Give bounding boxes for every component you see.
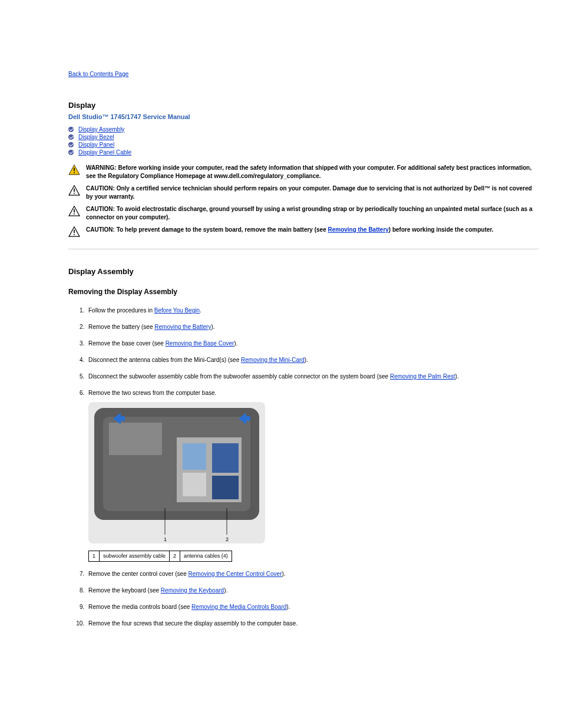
step-item: Remove the keyboard (see Removing the Ke… (86, 587, 538, 595)
step-link[interactable]: Removing the Mini-Card (241, 357, 305, 363)
warning-body: Before working inside your computer, rea… (86, 164, 531, 179)
caution-text: CAUTION: To avoid electrostatic discharg… (86, 205, 538, 221)
caution-lead: CAUTION: (86, 185, 115, 192)
step-item: Remove the four screws that secure the d… (86, 620, 538, 628)
caution-lead: CAUTION: (86, 226, 115, 233)
svg-rect-7 (74, 234, 75, 235)
back-link[interactable]: Back to Contents Page (68, 71, 128, 77)
toc-link-display-panel-cable[interactable]: Display Panel Cable (78, 149, 131, 156)
caution-body-pre: To help prevent damage to the system boa… (117, 226, 328, 233)
figure-computer-base: 1 2 (88, 402, 265, 543)
caution-notice: CAUTION: Only a certified service techni… (68, 185, 538, 200)
step-item: Remove the media controls board (see Rem… (86, 603, 538, 611)
section-title: Display (68, 101, 95, 110)
step-link[interactable]: Removing the Center Control Cover (189, 571, 282, 577)
label-num: 2 (170, 551, 180, 562)
step-link[interactable]: Before You Begin (154, 307, 200, 314)
figure-label-table: 1 subwoofer assembly cable 2 antenna cab… (88, 551, 232, 562)
svg-rect-5 (74, 213, 75, 215)
caution-icon (68, 226, 81, 238)
caution-icon (68, 206, 81, 218)
caution-notice: CAUTION: To help prevent damage to the s… (68, 226, 538, 238)
svg-rect-15 (109, 423, 162, 455)
step-link[interactable]: Removing the Palm Rest (390, 373, 455, 380)
heading-display-assembly: Display Assembly (68, 267, 538, 276)
check-icon (68, 150, 74, 155)
toc-list: Display Assembly Display Bezel Display P… (68, 126, 538, 156)
toc-link-display-panel[interactable]: Display Panel (78, 141, 114, 148)
svg-rect-12 (183, 473, 206, 496)
toc-item: Display Assembly (68, 126, 538, 133)
toc-item: Display Panel (68, 141, 538, 148)
toc-link-display-bezel[interactable]: Display Bezel (78, 134, 114, 140)
heading-removing-display-assembly: Removing the Display Assembly (68, 288, 538, 296)
step-link[interactable]: Removing the Keyboard (161, 587, 224, 594)
check-icon (68, 142, 74, 147)
step-link[interactable]: Removing the Media Controls Board (191, 604, 286, 610)
svg-rect-1 (74, 172, 75, 173)
steps-list: Follow the procedures in Before You Begi… (86, 307, 538, 628)
step-item: Follow the procedures in Before You Begi… (86, 307, 538, 315)
divider (68, 249, 538, 249)
check-icon (68, 134, 74, 140)
step-link[interactable]: Removing the Battery (154, 324, 211, 330)
label-text: subwoofer assembly cable (100, 551, 170, 562)
step-item: Remove the center control cover (see Rem… (86, 570, 538, 578)
warning-icon (68, 164, 81, 176)
back-to-contents[interactable]: Back to Contents Page (68, 71, 544, 77)
toc-link-display-assembly[interactable]: Display Assembly (78, 126, 124, 133)
svg-rect-3 (74, 193, 75, 194)
step-item: Disconnect the antenna cables from the M… (86, 356, 538, 364)
caution-notice: CAUTION: To avoid electrostatic discharg… (68, 205, 538, 221)
caution-text: CAUTION: To help prevent damage to the s… (86, 226, 494, 234)
svg-text:2: 2 (226, 536, 229, 542)
label-text: antenna cables (4) (180, 551, 232, 562)
caution-lead: CAUTION: (86, 206, 115, 212)
step-link[interactable]: Removing the Base Cover (166, 340, 234, 347)
step-item: Remove the battery (see Removing the Bat… (86, 323, 538, 331)
manual-title: Dell Studio™ 1745/1747 Service Manual (68, 113, 538, 120)
toc-item: Display Bezel (68, 134, 538, 140)
caution-icon (68, 185, 81, 197)
label-num: 1 (89, 551, 100, 562)
caution-body-post: ) before working inside the computer. (389, 226, 494, 233)
caution-body: To avoid electrostatic discharge, ground… (86, 206, 533, 220)
svg-rect-13 (212, 443, 239, 473)
svg-rect-11 (183, 443, 206, 470)
step-item: Remove the two screws from the computer … (86, 389, 538, 562)
svg-rect-14 (212, 476, 239, 499)
warning-notice: WARNING: Before working inside your comp… (68, 164, 538, 180)
warning-lead: WARNING: (86, 164, 117, 171)
svg-rect-4 (74, 209, 75, 213)
svg-rect-0 (74, 168, 75, 172)
svg-rect-2 (74, 189, 75, 192)
toc-item: Display Panel Cable (68, 149, 538, 156)
caution-body: Only a certified service technician shou… (86, 185, 532, 200)
svg-text:1: 1 (164, 536, 167, 542)
check-icon (68, 127, 74, 132)
step-item: Disconnect the subwoofer assembly cable … (86, 373, 538, 381)
caution-text: CAUTION: Only a certified service techni… (86, 185, 538, 200)
warning-text: WARNING: Before working inside your comp… (86, 164, 538, 180)
svg-rect-6 (74, 230, 75, 233)
caution-link-battery[interactable]: Removing the Battery (328, 226, 388, 233)
step-item: Remove the base cover (see Removing the … (86, 340, 538, 348)
